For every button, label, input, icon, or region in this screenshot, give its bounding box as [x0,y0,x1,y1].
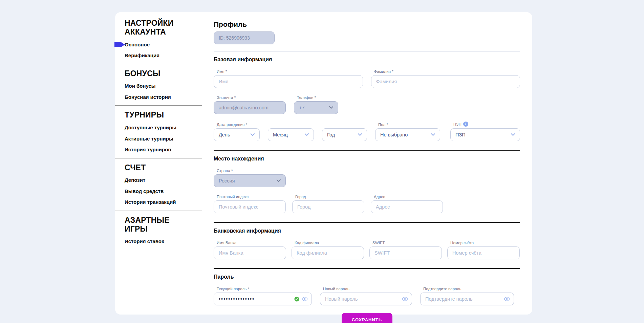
chevron-down-icon [305,133,309,136]
sidebar-item-label: История транзакций [125,199,176,205]
eye-icon[interactable] [302,297,308,301]
save-row: СОХРАНИТЬ [214,313,520,323]
confirm-password-input[interactable] [420,293,514,305]
year-select[interactable]: Год [322,128,367,141]
bank-name-field: Имя Банка [214,241,286,259]
first-name-label: Имя * [214,69,363,73]
sidebar-item-label: Основное [125,42,150,47]
country-field: Страна * Россия [214,169,286,187]
sidebar-item-label: Верификация [125,52,159,58]
sidebar-item-my-bonuses[interactable]: Мои бонусы [125,83,202,89]
section-title-password: Пароль [214,274,520,280]
sidebar-group-title: ТУРНИРЫ [125,111,192,120]
address-input[interactable] [371,200,443,213]
sidebar-item-label: Депозит [125,177,145,183]
sidebar-group-account: СЧЕТ Депозит Вывод средств История транз… [115,158,202,211]
chevron-down-icon [511,133,515,136]
eye-icon[interactable] [504,297,510,301]
branch-code-input[interactable] [292,246,364,259]
birth-year-field: Год [322,128,367,141]
sidebar-item-label: Мои бонусы [125,83,156,89]
divider [214,268,520,269]
pzp-select-value: ПЗП [455,132,466,137]
sidebar-item-bonus-history[interactable]: Бонусная история [125,94,202,100]
current-password-label: Текущий пароль * [214,287,312,291]
address-label: Адрес [371,195,443,199]
sidebar-group-title: БОНУСЫ [125,69,192,78]
gender-label: Пол * [375,123,440,127]
current-password-wrap [214,293,312,305]
birth-date-label: Дата рождения * [214,123,260,127]
phone-field: Телефон * +7 [294,95,338,114]
email-field: Эл.почта * [214,95,286,114]
phone-code-value: +7 [299,105,305,110]
new-password-label: Новый пароль [320,287,412,291]
new-password-wrap [320,293,412,305]
swift-input[interactable] [369,246,442,259]
swift-field: SWIFT [369,241,442,259]
sidebar-item-available-tournaments[interactable]: Доступные турниры [125,125,202,131]
city-field: Город [292,195,364,213]
new-password-input[interactable] [320,293,412,305]
zip-field: Почтовый индекс [214,195,286,213]
section-title-basic-info: Базовая информация [214,57,520,63]
pzp-select[interactable]: ПЗП [450,128,520,141]
sidebar-item-label: История ставок [125,238,164,244]
current-password-icons [294,293,308,305]
gender-select-value: Не выбрано [380,132,408,137]
first-name-field: Имя * [214,69,363,88]
divider [214,51,520,52]
bank-row: Имя Банка Код филиала SWIFT Номер счёта [214,241,520,259]
sidebar-group-title: АЗАРТНЫЕ ИГРЫ [125,216,192,234]
day-select-value: День [219,132,230,137]
country-select-value: Россия [219,178,235,184]
user-id-field [214,31,275,44]
bank-name-input[interactable] [214,246,286,259]
profile-main: Профиль Базовая информация Имя * Фамилия… [214,12,520,315]
sidebar-item-active-tournaments[interactable]: Активные турниры [125,136,202,142]
new-password-icons [402,293,408,305]
check-circle-icon [294,297,299,302]
sidebar-group-tournaments: ТУРНИРЫ Доступные турниры Активные турни… [115,106,202,158]
sidebar-group-gambling: АЗАРТНЫЕ ИГРЫ История ставок [115,211,202,250]
name-row: Имя * Фамилия * [214,69,520,88]
address-field: Адрес [371,195,443,213]
chevron-down-icon [431,133,435,136]
first-name-input[interactable] [214,75,363,88]
info-icon[interactable]: i [463,122,468,127]
sidebar-item-tournament-history[interactable]: История турниров [125,147,202,153]
month-select-value: Месяц [273,132,288,137]
confirm-password-wrap [420,293,514,305]
account-settings-card: НАСТРОЙКИ АККАУНТА Основное Верификация … [115,12,532,315]
gender-select[interactable]: Не выбрано [375,128,440,141]
sidebar-item-bet-history[interactable]: История ставок [125,239,202,244]
birth-month-field: Месяц [268,128,314,141]
eye-icon[interactable] [402,297,408,301]
chevron-down-icon [277,179,281,182]
city-label: Город [292,195,364,199]
address-row: Почтовый индекс Город Адрес [214,195,520,213]
sidebar-item-deposit[interactable]: Депозит [125,177,202,183]
page-title: Профиль [214,20,520,28]
bank-name-label: Имя Банка [214,241,286,245]
email-input [214,101,286,114]
sidebar-item-main[interactable]: Основное [125,42,202,48]
sidebar-item-label: История турниров [125,147,171,152]
last-name-label: Фамилия * [371,69,520,73]
sidebar-item-label: Доступные турниры [125,125,176,130]
confirm-password-field: Подтвердите пароль [420,287,514,305]
last-name-input[interactable] [371,75,520,88]
confirm-password-label: Подтвердите пароль [420,287,514,291]
city-input[interactable] [292,200,364,213]
month-select[interactable]: Месяц [268,128,314,141]
day-select[interactable]: День [214,128,260,141]
pzp-label-text: ПЗП [453,122,461,126]
sidebar-item-withdrawal[interactable]: Вывод средств [125,189,202,194]
sidebar-item-transaction-history[interactable]: История транзакций [125,199,202,205]
save-button[interactable]: СОХРАНИТЬ [342,313,392,323]
account-number-input[interactable] [447,246,520,259]
branch-code-label: Код филиала [292,241,364,245]
zip-input[interactable] [214,200,286,213]
divider [214,150,520,151]
sidebar-item-verification[interactable]: Верификация [125,53,202,59]
